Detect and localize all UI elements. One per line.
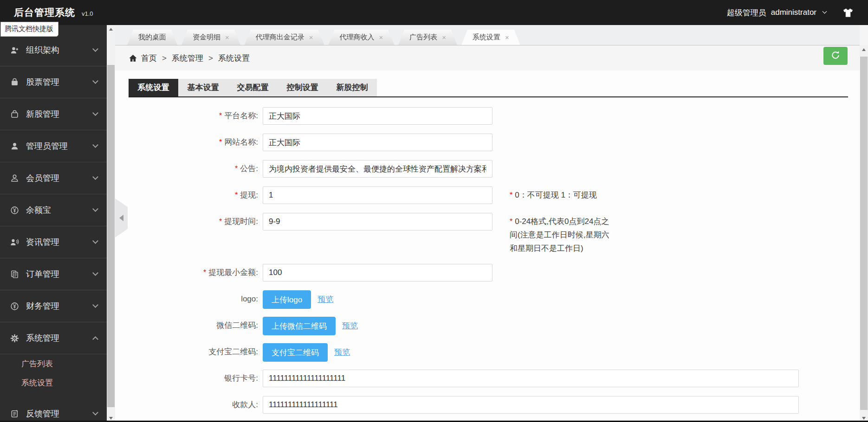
sidebar-item-stock-management[interactable]: 股票管理 [0,66,107,98]
platform-name-input[interactable] [263,107,492,125]
chevron-down-icon [92,78,98,84]
tab-close-icon[interactable]: × [309,34,313,41]
field-hint-line: *0-24格式,代表0点到24点之 [510,215,609,228]
field-label: 收款人: [129,396,263,414]
sidebar-item-yuebao[interactable]: 余额宝 [0,194,107,226]
settings-tab-control-settings[interactable]: 控制设置 [278,79,327,96]
settings-tab-bar: 系统设置基本设置交易配置控制设置新股控制 [129,79,848,97]
tab-my-desktop[interactable]: 我的桌面 [127,30,177,45]
field-label-text: 网站名称: [224,138,258,147]
sidebar-subitem-ad-list[interactable]: 广告列表 [0,354,107,373]
form-row-withdraw-enabled: *提现:*0：不可提现 1：可提现 [129,186,860,204]
breadcrumb-item[interactable]: 系统设置 [218,54,250,63]
field-label-text: 提现最小金额: [208,268,258,277]
organization-icon [10,46,20,55]
sidebar-subitem-system-settings[interactable]: 系统设置 [0,373,107,392]
field-label-text: logo: [241,294,258,303]
wechat-qr-preview-link[interactable]: 预览 [342,317,358,335]
chevron-down-icon [92,110,98,116]
form-row-alipay-qr: 支付宝二维码:支付宝二维码预览 [129,343,860,362]
scroll-up-icon[interactable] [107,25,115,33]
sidebar-item-finance-management[interactable]: 财务管理 [0,290,107,322]
chevron-up-icon [92,336,98,342]
tab-bar: 我的桌面资金明细×代理商出金记录×代理商收入×广告列表×系统设置× [115,25,860,45]
field-label: *平台名称: [129,107,263,125]
new-stock-icon [10,110,20,119]
user-name: administrator [771,8,816,17]
wechat-qr-upload-button[interactable]: 上传微信二维码 [263,317,336,335]
tab-close-icon[interactable]: × [505,34,509,41]
tab-label: 代理商收入 [340,33,375,42]
field-label-text: 公告: [240,164,258,173]
settings-tab-new-stock-control[interactable]: 新股控制 [327,79,377,96]
sidebar-scrollbar-thumb[interactable] [107,65,115,407]
site-name-input[interactable] [263,134,492,151]
refresh-button[interactable] [823,47,848,65]
settings-tab-basic-settings[interactable]: 基本设置 [178,79,228,96]
field-label: 银行卡号: [129,370,263,387]
withdraw-min-amount-input[interactable] [263,264,492,281]
chevron-down-icon [92,46,98,52]
tab-close-icon[interactable]: × [379,34,383,41]
sidebar-item-member-management[interactable]: 会员管理 [0,162,107,194]
alipay-qr-preview-link[interactable]: 预览 [334,343,350,362]
sidebar-item-organization[interactable]: 组织架构 [0,34,107,66]
logo-upload-button[interactable]: 上传logo [263,290,311,309]
bank-card-number-input[interactable] [263,370,799,387]
sidebar-item-label: 股票管理 [26,77,93,88]
required-asterisk: * [219,217,222,225]
announcement-input[interactable] [263,160,492,178]
alipay-qr-upload-button[interactable]: 支付宝二维码 [263,343,328,362]
content-scrollbar-thumb[interactable] [860,57,868,410]
field-hint-text: 间(注意是工作日时候,星期六 [510,230,609,239]
stock-icon [10,78,20,87]
tab-agent-withdraw-records[interactable]: 代理商出金记录× [245,30,324,45]
chevron-left-icon [119,215,123,221]
sidebar-item-feedback-management[interactable]: 反馈管理 [0,398,107,422]
theme-shirt-icon[interactable] [842,8,854,18]
settings-tab-trade-config[interactable]: 交易配置 [228,79,278,96]
chevron-down-icon [92,238,98,244]
field-hint-text: 0-24格式,代表0点到24点之 [515,217,609,226]
app-version: v1.0 [82,10,93,17]
content-scrollbar[interactable] [860,45,868,422]
tab-system-settings[interactable]: 系统设置× [461,30,520,45]
sidebar-item-admin-management[interactable]: 管理员管理 [0,130,107,162]
field-hint-line: 间(注意是工作日时候,星期六 [510,228,609,242]
field-label-text: 提现: [240,191,258,199]
app-brand: 后台管理系统 v1.0 [14,6,93,19]
sidebar-item-label: 组织架构 [26,45,93,56]
scroll-up-icon[interactable] [860,45,868,53]
sidebar-scrollbar[interactable] [107,25,115,422]
form-row-announcement: *公告: [129,160,860,178]
news-icon [10,238,20,247]
sidebar-item-system-management[interactable]: 系统管理 [0,322,107,354]
logo-preview-link[interactable]: 预览 [317,290,333,309]
sidebar-item-order-management[interactable]: 订单管理 [0,258,107,290]
tab-label: 资金明细 [193,33,220,42]
breadcrumb-item[interactable]: 系统管理 [172,54,203,63]
user-menu[interactable]: 超级管理员 administrator [727,7,854,18]
sidebar-item-label: 管理员管理 [26,141,93,152]
system-icon [10,334,20,343]
chevron-down-icon [92,409,98,416]
payee-input[interactable] [263,396,799,414]
tab-agent-income[interactable]: 代理商收入× [329,30,395,45]
tab-fund-details[interactable]: 资金明细× [181,30,240,45]
sidebar-item-new-stock-management[interactable]: 新股管理 [0,98,107,130]
breadcrumb-separator: > [208,54,213,63]
form-row-withdraw-min-amount: *提现最小金额: [129,264,860,281]
sidebar-item-label: 财务管理 [26,301,93,312]
tab-close-icon[interactable]: × [225,34,229,41]
home-icon [129,54,137,63]
sidebar-item-label: 余额宝 [26,205,93,216]
withdraw-time-input[interactable] [263,213,492,230]
required-asterisk: * [219,138,222,146]
sidebar-item-news-management[interactable]: 资讯管理 [0,226,107,258]
tab-ad-list[interactable]: 广告列表× [398,30,457,45]
system-settings-panel: 系统设置基本设置交易配置控制设置新股控制 *平台名称:*网站名称:*公告:*提现… [115,70,860,422]
breadcrumb-item[interactable]: 首页 [141,54,157,63]
tab-close-icon[interactable]: × [442,34,446,41]
withdraw-enabled-input[interactable] [263,186,492,204]
settings-tab-system-settings[interactable]: 系统设置 [129,79,178,96]
